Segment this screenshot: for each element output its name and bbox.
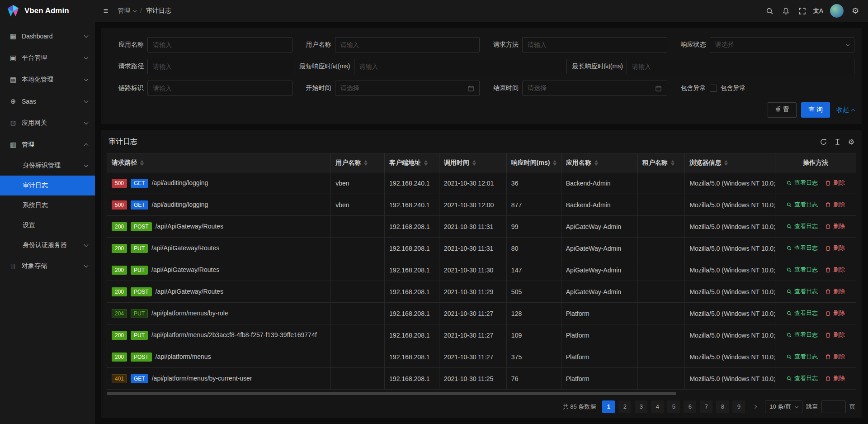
column-header-duration[interactable]: 响应时间(ms)	[506, 153, 561, 172]
sidebar-item-system-log[interactable]: 系统日志	[0, 195, 95, 215]
table-row[interactable]: 200PUT/api/ApiGateway/Routes 192.168.208…	[107, 238, 856, 259]
logo[interactable]: Vben Admin	[0, 0, 95, 22]
page-button-3[interactable]: 3	[635, 400, 647, 413]
sort-icons[interactable]	[140, 160, 144, 166]
view-log-button[interactable]: 查看日志	[786, 244, 818, 252]
table-row[interactable]: 204PUT/api/platform/menus/by-role 192.16…	[107, 303, 856, 324]
view-log-button[interactable]: 查看日志	[786, 309, 818, 317]
table-row[interactable]: 200POST/api/ApiGateway/Routes 192.168.20…	[107, 281, 856, 303]
gear-icon[interactable]: ⚙	[847, 0, 863, 22]
breadcrumb-item-manage[interactable]: 管理	[118, 7, 136, 15]
page-button-1[interactable]: 1	[602, 400, 615, 413]
view-log-button[interactable]: 查看日志	[786, 287, 818, 295]
table-row[interactable]: 200POST/api/ApiGateway/Routes 192.168.20…	[107, 216, 856, 238]
page-button-9[interactable]: 9	[732, 400, 745, 413]
column-header-time[interactable]: 调用时间	[439, 153, 506, 172]
request-path-input[interactable]	[147, 59, 294, 74]
response-status-select[interactable]: 请选择	[710, 37, 855, 52]
field-label: 用户名称	[296, 41, 335, 49]
table-row[interactable]: 200PUT/api/platform/menus/2b3accf8-4fb8-…	[107, 324, 856, 346]
sidebar-item-saas[interactable]: ⊕ Saas	[0, 91, 95, 112]
sort-icons[interactable]	[594, 160, 598, 166]
cell-app: Platform	[561, 303, 637, 324]
reset-button[interactable]: 重 置	[768, 102, 797, 118]
sort-icons[interactable]	[472, 160, 476, 166]
view-log-button[interactable]: 查看日志	[786, 222, 818, 230]
next-page-button[interactable]	[749, 400, 761, 413]
sort-icons[interactable]	[364, 160, 368, 166]
delete-button[interactable]: 删除	[825, 244, 845, 252]
start-time-picker[interactable]: 请选择	[335, 81, 480, 96]
page-button-4[interactable]: 4	[651, 400, 664, 413]
scrollbar-thumb[interactable]	[107, 392, 676, 395]
column-header-app[interactable]: 应用名称	[561, 153, 637, 172]
delete-button[interactable]: 删除	[825, 179, 845, 187]
delete-button[interactable]: 删除	[825, 374, 845, 382]
max-response-time-input[interactable]	[627, 59, 854, 74]
notification-bell-icon[interactable]	[778, 0, 794, 22]
refresh-icon[interactable]	[820, 138, 827, 145]
user-name-input[interactable]	[335, 37, 480, 52]
horizontal-scrollbar[interactable]	[107, 391, 856, 396]
table-row[interactable]: 200POST/api/platform/menus 192.168.208.1…	[107, 346, 856, 368]
sidebar-item-dashboard[interactable]: ▦ Dashboard	[0, 25, 95, 47]
app-name-input[interactable]	[147, 37, 292, 52]
sidebar-item-gateway[interactable]: ⊡ 应用网关	[0, 112, 95, 134]
table-row[interactable]: 200PUT/api/ApiGateway/Routes 192.168.208…	[107, 259, 856, 281]
fullscreen-icon[interactable]	[794, 0, 810, 22]
delete-button[interactable]: 删除	[825, 309, 845, 317]
delete-button[interactable]: 删除	[825, 222, 845, 230]
view-log-button[interactable]: 查看日志	[786, 266, 818, 274]
delete-button[interactable]: 删除	[825, 331, 845, 339]
sort-icons[interactable]	[553, 160, 557, 166]
end-time-picker[interactable]: 请选择	[522, 81, 667, 96]
view-log-button[interactable]: 查看日志	[786, 374, 818, 382]
view-log-button[interactable]: 查看日志	[786, 200, 818, 209]
delete-button[interactable]: 删除	[825, 353, 845, 361]
view-log-button[interactable]: 查看日志	[786, 179, 818, 187]
avatar[interactable]	[830, 4, 844, 18]
delete-button[interactable]: 删除	[825, 200, 845, 209]
collapse-link[interactable]: 收起	[836, 106, 854, 114]
page-button-7[interactable]: 7	[700, 400, 712, 413]
search-icon[interactable]	[761, 0, 778, 22]
sidebar-item-identity-management[interactable]: 身份标识管理	[0, 156, 95, 176]
translate-icon[interactable]: 文A	[810, 0, 826, 22]
sidebar-item-platform[interactable]: ▣ 平台管理	[0, 47, 95, 69]
delete-button[interactable]: 删除	[825, 266, 845, 274]
row-height-icon[interactable]	[834, 138, 841, 145]
sort-icons[interactable]	[671, 160, 675, 166]
table-row[interactable]: 500GET/api/auditing/logging vben 192.168…	[107, 194, 856, 216]
column-header-user[interactable]: 用户名称	[331, 153, 385, 172]
sidebar-item-manage[interactable]: ▥ 管理	[0, 134, 95, 156]
include-exception-checkbox[interactable]	[710, 85, 717, 92]
page-button-2[interactable]: 2	[618, 400, 631, 413]
table-row[interactable]: 500GET/api/auditing/logging vben 192.168…	[107, 172, 856, 194]
request-method-input[interactable]	[522, 37, 667, 52]
column-header-browser[interactable]: 浏览器信息	[685, 153, 775, 172]
sidebar-item-settings[interactable]: 设置	[0, 215, 95, 235]
min-response-time-input[interactable]	[354, 59, 567, 74]
sidebar-item-localization[interactable]: ▤ 本地化管理	[0, 69, 95, 91]
page-button-6[interactable]: 6	[684, 400, 696, 413]
view-log-button[interactable]: 查看日志	[786, 331, 818, 339]
column-header-tenant[interactable]: 租户名称	[637, 153, 685, 172]
column-header-path[interactable]: 请求路径	[107, 153, 331, 172]
delete-button[interactable]: 删除	[825, 287, 845, 295]
table-row[interactable]: 401GET/api/platform/menus/by-current-use…	[107, 368, 856, 390]
column-header-client[interactable]: 客户端地址	[385, 153, 439, 172]
sidebar-item-auth-server[interactable]: 身份认证服务器	[0, 235, 95, 255]
sort-icons[interactable]	[724, 160, 728, 166]
trace-id-input[interactable]	[147, 81, 292, 96]
sidebar-item-audit-log[interactable]: 审计日志	[0, 176, 95, 195]
page-button-5[interactable]: 5	[667, 400, 680, 413]
jump-page-input[interactable]	[821, 400, 846, 413]
column-settings-gear-icon[interactable]: ⚙	[848, 138, 854, 146]
sidebar-item-object-storage[interactable]: ▯ 对象存储	[0, 255, 95, 277]
query-button[interactable]: 查 询	[801, 102, 830, 118]
sort-icons[interactable]	[424, 160, 428, 166]
page-button-8[interactable]: 8	[716, 400, 729, 413]
menu-fold-icon[interactable]: ≡	[98, 0, 114, 22]
page-size-select[interactable]: 10 条/页	[765, 400, 802, 413]
view-log-button[interactable]: 查看日志	[786, 353, 818, 361]
